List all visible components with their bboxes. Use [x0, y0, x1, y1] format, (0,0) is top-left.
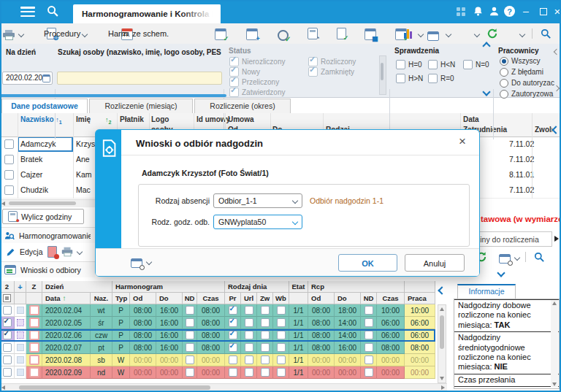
wb-checkbox[interactable] — [277, 356, 286, 364]
apps-grid-icon[interactable] — [457, 7, 465, 16]
expand-down-chevron-icon[interactable] — [497, 269, 505, 277]
url-checkbox[interactable] — [245, 306, 253, 315]
warning-dropdown-chevron-icon[interactable] — [474, 31, 480, 37]
window-settings-icon[interactable] — [131, 258, 142, 268]
bell-icon[interactable] — [473, 6, 484, 17]
select-row-checkbox[interactable] — [3, 331, 12, 339]
nd-checkbox[interactable] — [365, 356, 373, 364]
pracownicy-option[interactable]: Z błędami — [500, 67, 555, 77]
calendar-calculator-icon[interactable]: ▦ — [365, 28, 376, 40]
settings-dropdown-chevron-icon[interactable] — [519, 31, 525, 37]
nd-checkbox[interactable] — [186, 356, 194, 364]
status-option[interactable]: Nowy — [229, 67, 285, 77]
info-scrollbar[interactable] — [551, 300, 558, 388]
group-header-cell[interactable]: Etat — [289, 281, 308, 293]
sub-header-cell[interactable]: Czas — [377, 293, 405, 304]
url-checkbox[interactable] — [245, 343, 253, 352]
z-checkbox[interactable] — [29, 342, 39, 353]
select-row-checkbox[interactable] — [3, 306, 12, 315]
sub-header-cell[interactable]: Od — [130, 293, 156, 304]
collapse-up-chevron-icon[interactable] — [482, 42, 490, 50]
zw-checkbox[interactable] — [261, 331, 270, 339]
scroll-up-arrow-icon[interactable] — [440, 307, 444, 311]
status-option[interactable]: Zamknięty — [308, 67, 356, 77]
nd-checkbox[interactable] — [186, 368, 194, 377]
pencil-icon[interactable] — [6, 247, 15, 257]
status-scrollbar-thumb[interactable] — [381, 63, 383, 80]
sub-header-cell[interactable]: Data↑ — [42, 293, 91, 304]
wb-checkbox[interactable] — [277, 318, 286, 327]
cancel-button[interactable]: Anuluj — [405, 254, 465, 272]
tab-informacje[interactable]: Informacje — [457, 284, 516, 299]
sub-header-cell[interactable]: Praca — [405, 293, 435, 304]
triangle-right-icon[interactable] — [554, 236, 559, 242]
group-header-cell[interactable]: + — [15, 281, 26, 293]
nd-checkbox[interactable] — [365, 306, 373, 315]
schedule-hscrollbar-thumb[interactable] — [19, 385, 210, 390]
select-row-checkbox[interactable] — [3, 356, 12, 364]
wylicz-godziny-button[interactable]: ● Wylicz godziny — [2, 209, 84, 224]
header-nazwisko[interactable]: Nazwisko ↑1 — [20, 115, 62, 125]
z-checkbox[interactable] — [29, 318, 39, 328]
row-checkbox[interactable] — [4, 139, 14, 149]
sub-header-cell[interactable] — [289, 293, 308, 304]
scroll-left-arrow-icon[interactable] — [1, 201, 5, 206]
row-checkbox[interactable] — [4, 155, 14, 164]
group-header-cell[interactable]: Dzień — [42, 281, 112, 293]
schedule-insert-icon[interactable]: + — [246, 28, 258, 40]
pracownicy-option[interactable]: Wszyscy — [500, 56, 555, 66]
document-delete-icon[interactable] — [47, 246, 57, 258]
url-checkbox[interactable] — [245, 331, 253, 339]
pracownicy-option[interactable]: Do autoryzac — [500, 78, 555, 88]
scroll-down-arrow-icon[interactable] — [552, 383, 557, 386]
scroll-up-arrow-icon[interactable] — [552, 301, 557, 305]
schedule-row[interactable]: 2020.02.07ptP08:0016:0008:001/108:0016:0… — [0, 342, 435, 354]
sub-header-cell[interactable]: Typ — [112, 293, 130, 304]
pr-checkbox[interactable] — [229, 318, 237, 327]
help-icon[interactable]: ? — [504, 6, 515, 17]
plus-icon[interactable]: + — [18, 283, 22, 291]
pr-checkbox[interactable] — [229, 368, 237, 377]
sprawdzenia-option[interactable]: H=0 — [396, 60, 428, 69]
wb-checkbox[interactable] — [277, 368, 286, 377]
sub-header-cell[interactable]: Url — [241, 293, 257, 304]
wb-checkbox[interactable] — [277, 343, 286, 352]
sub-header-cell[interactable]: Naz. — [91, 293, 112, 304]
chart-dropdown-chevron-icon[interactable] — [418, 31, 424, 37]
header-logo[interactable]: Logo — [151, 115, 169, 123]
calculator-clock-icon[interactable]: ◔ — [308, 28, 318, 39]
group-header-cell[interactable] — [405, 281, 435, 293]
row-checkbox[interactable] — [4, 170, 14, 180]
window-layout-icon[interactable] — [427, 31, 439, 41]
select-row-checkbox[interactable] — [3, 343, 12, 352]
status-option[interactable]: Przeliczony — [229, 77, 285, 87]
nd-checkbox[interactable] — [365, 318, 373, 327]
expand-down-chevron-icon[interactable] — [482, 88, 490, 96]
status-scrollbar[interactable] — [379, 55, 386, 95]
maximize-button[interactable] — [540, 8, 547, 15]
schedule-row[interactable]: 2020.02.06czwP08:0016:0008:001/108:0014:… — [0, 329, 435, 342]
hamburger-menu-icon[interactable] — [20, 7, 35, 17]
employee-hscrollbar[interactable] — [0, 199, 95, 207]
sub-header-cell[interactable]: ND — [183, 293, 197, 304]
schedule-vscrollbar[interactable] — [438, 304, 446, 383]
nd-checkbox[interactable] — [186, 318, 194, 327]
rozliczenia-box[interactable]: ziny do rozliczenia — [471, 231, 552, 247]
tab-rozliczenie-okres[interactable]: Rozliczenie (okres) — [194, 99, 291, 113]
pr-checkbox[interactable] — [229, 306, 237, 315]
header-imie[interactable]: Imię — [76, 115, 91, 123]
refresh-icon[interactable] — [486, 28, 498, 39]
procedures-dropdown-chevron-icon[interactable] — [82, 31, 88, 37]
filter-hscrollbar-thumb[interactable] — [0, 94, 226, 97]
close-icon[interactable]: × — [459, 134, 466, 149]
row-checkbox[interactable] — [4, 185, 14, 195]
absence-type-select[interactable]: Odbior_1-1 — [213, 193, 302, 208]
group-header-cell[interactable]: Z — [26, 281, 42, 293]
settings-dropdown-chevron-icon[interactable] — [514, 255, 520, 261]
header-platnik[interactable]: Płatnik — [120, 115, 144, 123]
ok-button[interactable]: OK — [338, 254, 397, 272]
pr-checkbox[interactable] — [229, 343, 237, 352]
url-checkbox[interactable] — [245, 356, 253, 364]
schedule-row[interactable]: 2020.02.09ndW00:0000:0000:001/100:0000:0… — [0, 366, 435, 379]
pr-checkbox[interactable] — [229, 331, 237, 339]
